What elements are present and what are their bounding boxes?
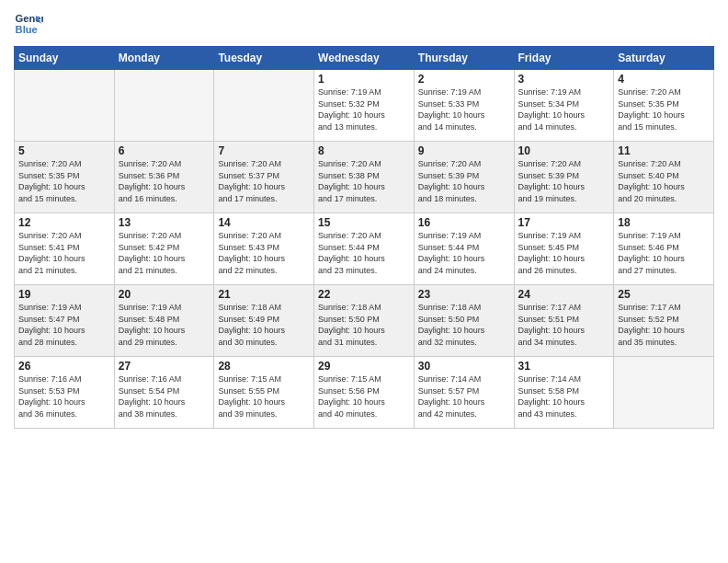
- day-info: Sunrise: 7:19 AM Sunset: 5:45 PM Dayligh…: [518, 230, 610, 276]
- calendar-table: SundayMondayTuesdayWednesdayThursdayFrid…: [14, 46, 714, 429]
- calendar-cell: 23Sunrise: 7:18 AM Sunset: 5:50 PM Dayli…: [414, 285, 514, 357]
- day-info: Sunrise: 7:16 AM Sunset: 5:54 PM Dayligh…: [119, 373, 210, 419]
- day-info: Sunrise: 7:20 AM Sunset: 5:37 PM Dayligh…: [218, 158, 310, 204]
- day-info: Sunrise: 7:19 AM Sunset: 5:48 PM Dayligh…: [119, 302, 210, 348]
- day-number: 18: [618, 216, 710, 229]
- calendar-cell: 9Sunrise: 7:20 AM Sunset: 5:39 PM Daylig…: [414, 142, 514, 213]
- day-info: Sunrise: 7:17 AM Sunset: 5:51 PM Dayligh…: [518, 302, 610, 348]
- calendar-cell: 20Sunrise: 7:19 AM Sunset: 5:48 PM Dayli…: [114, 285, 214, 357]
- day-number: 12: [18, 216, 110, 229]
- day-info: Sunrise: 7:20 AM Sunset: 5:38 PM Dayligh…: [318, 158, 410, 204]
- day-info: Sunrise: 7:19 AM Sunset: 5:44 PM Dayligh…: [418, 230, 510, 276]
- day-number: 24: [518, 288, 610, 301]
- day-info: Sunrise: 7:19 AM Sunset: 5:33 PM Dayligh…: [418, 86, 510, 132]
- calendar-cell: 13Sunrise: 7:20 AM Sunset: 5:42 PM Dayli…: [114, 213, 214, 285]
- day-number: 1: [318, 73, 410, 86]
- day-number: 17: [518, 216, 610, 229]
- day-number: 26: [18, 360, 110, 373]
- day-info: Sunrise: 7:20 AM Sunset: 5:44 PM Dayligh…: [318, 230, 410, 276]
- calendar-cell: 19Sunrise: 7:19 AM Sunset: 5:47 PM Dayli…: [15, 285, 115, 357]
- calendar-cell: 14Sunrise: 7:20 AM Sunset: 5:43 PM Dayli…: [214, 213, 314, 285]
- calendar-cell: 27Sunrise: 7:16 AM Sunset: 5:54 PM Dayli…: [114, 357, 214, 429]
- calendar-cell: 2Sunrise: 7:19 AM Sunset: 5:33 PM Daylig…: [414, 70, 514, 142]
- calendar-cell: 25Sunrise: 7:17 AM Sunset: 5:52 PM Dayli…: [614, 285, 714, 357]
- logo-icon: General Blue: [14, 9, 43, 39]
- day-number: 15: [318, 216, 410, 229]
- svg-text:General: General: [16, 13, 43, 24]
- calendar-cell: 28Sunrise: 7:15 AM Sunset: 5:55 PM Dayli…: [214, 357, 314, 429]
- svg-text:Blue: Blue: [16, 24, 38, 35]
- header-cell-saturday: Saturday: [614, 47, 714, 70]
- header: General Blue: [14, 9, 714, 39]
- day-info: Sunrise: 7:19 AM Sunset: 5:47 PM Dayligh…: [18, 302, 110, 348]
- day-info: Sunrise: 7:20 AM Sunset: 5:40 PM Dayligh…: [618, 158, 710, 204]
- calendar-cell: 7Sunrise: 7:20 AM Sunset: 5:37 PM Daylig…: [214, 142, 314, 213]
- calendar-cell: 22Sunrise: 7:18 AM Sunset: 5:50 PM Dayli…: [314, 285, 415, 357]
- week-row-5: 26Sunrise: 7:16 AM Sunset: 5:53 PM Dayli…: [15, 357, 714, 429]
- day-number: 4: [618, 73, 710, 86]
- header-cell-sunday: Sunday: [15, 47, 115, 70]
- calendar-cell: 11Sunrise: 7:20 AM Sunset: 5:40 PM Dayli…: [614, 142, 714, 213]
- day-info: Sunrise: 7:19 AM Sunset: 5:46 PM Dayligh…: [618, 230, 710, 276]
- day-info: Sunrise: 7:20 AM Sunset: 5:43 PM Dayligh…: [218, 230, 310, 276]
- header-cell-monday: Monday: [114, 47, 214, 70]
- day-number: 14: [218, 216, 310, 229]
- week-row-3: 12Sunrise: 7:20 AM Sunset: 5:41 PM Dayli…: [15, 213, 714, 285]
- day-number: 21: [218, 288, 310, 301]
- day-number: 8: [318, 144, 410, 157]
- day-number: 3: [518, 73, 610, 86]
- logo: General Blue: [14, 9, 45, 39]
- calendar-cell: 16Sunrise: 7:19 AM Sunset: 5:44 PM Dayli…: [414, 213, 514, 285]
- calendar-cell: 18Sunrise: 7:19 AM Sunset: 5:46 PM Dayli…: [614, 213, 714, 285]
- day-info: Sunrise: 7:16 AM Sunset: 5:53 PM Dayligh…: [18, 373, 110, 419]
- calendar-cell: 26Sunrise: 7:16 AM Sunset: 5:53 PM Dayli…: [15, 357, 115, 429]
- calendar-cell: 6Sunrise: 7:20 AM Sunset: 5:36 PM Daylig…: [114, 142, 214, 213]
- day-info: Sunrise: 7:17 AM Sunset: 5:52 PM Dayligh…: [618, 302, 710, 348]
- day-info: Sunrise: 7:18 AM Sunset: 5:49 PM Dayligh…: [218, 302, 310, 348]
- day-number: 28: [218, 360, 310, 373]
- day-info: Sunrise: 7:20 AM Sunset: 5:39 PM Dayligh…: [518, 158, 610, 204]
- day-number: 11: [618, 144, 710, 157]
- day-info: Sunrise: 7:20 AM Sunset: 5:41 PM Dayligh…: [18, 230, 110, 276]
- day-number: 7: [218, 144, 310, 157]
- calendar-cell: 30Sunrise: 7:14 AM Sunset: 5:57 PM Dayli…: [414, 357, 514, 429]
- week-row-2: 5Sunrise: 7:20 AM Sunset: 5:35 PM Daylig…: [15, 142, 714, 213]
- day-info: Sunrise: 7:20 AM Sunset: 5:35 PM Dayligh…: [18, 158, 110, 204]
- calendar-cell: 1Sunrise: 7:19 AM Sunset: 5:32 PM Daylig…: [314, 70, 415, 142]
- header-cell-thursday: Thursday: [414, 47, 514, 70]
- day-number: 16: [418, 216, 510, 229]
- day-info: Sunrise: 7:15 AM Sunset: 5:56 PM Dayligh…: [318, 373, 410, 419]
- day-number: 25: [618, 288, 710, 301]
- calendar-cell: 5Sunrise: 7:20 AM Sunset: 5:35 PM Daylig…: [15, 142, 115, 213]
- day-number: 19: [18, 288, 110, 301]
- calendar-cell: 24Sunrise: 7:17 AM Sunset: 5:51 PM Dayli…: [514, 285, 614, 357]
- day-number: 27: [119, 360, 210, 373]
- day-number: 20: [119, 288, 210, 301]
- day-number: 29: [318, 360, 410, 373]
- header-cell-wednesday: Wednesday: [314, 47, 415, 70]
- day-number: 31: [518, 360, 610, 373]
- calendar-cell: [614, 357, 714, 429]
- calendar-cell: 8Sunrise: 7:20 AM Sunset: 5:38 PM Daylig…: [314, 142, 415, 213]
- day-info: Sunrise: 7:20 AM Sunset: 5:35 PM Dayligh…: [618, 86, 710, 132]
- day-info: Sunrise: 7:15 AM Sunset: 5:55 PM Dayligh…: [218, 373, 310, 419]
- day-info: Sunrise: 7:18 AM Sunset: 5:50 PM Dayligh…: [318, 302, 410, 348]
- day-number: 23: [418, 288, 510, 301]
- day-number: 10: [518, 144, 610, 157]
- header-row: SundayMondayTuesdayWednesdayThursdayFrid…: [15, 47, 714, 70]
- day-number: 2: [418, 73, 510, 86]
- day-number: 5: [18, 144, 110, 157]
- day-number: 13: [119, 216, 210, 229]
- day-number: 6: [119, 144, 210, 157]
- header-cell-tuesday: Tuesday: [214, 47, 314, 70]
- day-info: Sunrise: 7:19 AM Sunset: 5:32 PM Dayligh…: [318, 86, 410, 132]
- day-number: 22: [318, 288, 410, 301]
- day-info: Sunrise: 7:19 AM Sunset: 5:34 PM Dayligh…: [518, 86, 610, 132]
- calendar-cell: 3Sunrise: 7:19 AM Sunset: 5:34 PM Daylig…: [514, 70, 614, 142]
- day-info: Sunrise: 7:18 AM Sunset: 5:50 PM Dayligh…: [418, 302, 510, 348]
- calendar-cell: 4Sunrise: 7:20 AM Sunset: 5:35 PM Daylig…: [614, 70, 714, 142]
- day-number: 30: [418, 360, 510, 373]
- week-row-4: 19Sunrise: 7:19 AM Sunset: 5:47 PM Dayli…: [15, 285, 714, 357]
- day-number: 9: [418, 144, 510, 157]
- calendar-cell: 17Sunrise: 7:19 AM Sunset: 5:45 PM Dayli…: [514, 213, 614, 285]
